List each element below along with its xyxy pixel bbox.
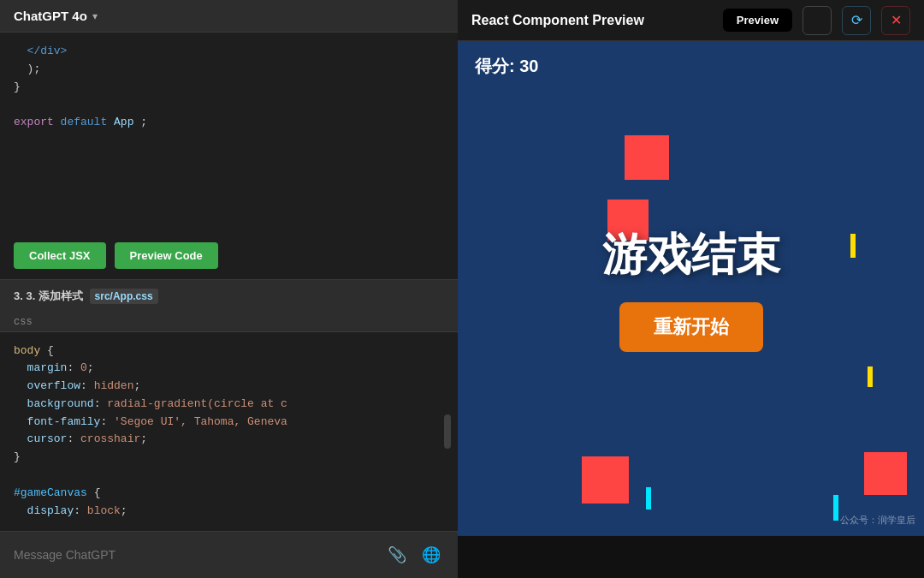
step-label: 3. 添加样式 xyxy=(26,289,82,302)
css-line: background: radial-gradient(circle at c xyxy=(14,396,444,414)
right-header: React Component Preview Preview ⟳ ✕ xyxy=(458,0,924,41)
message-bar: 📎 🌐 xyxy=(0,531,458,578)
code-line-export: export default App ; xyxy=(14,114,444,132)
game-over-overlay: 游戏结束 重新开始 xyxy=(458,41,924,535)
css-line: font-family: 'Segoe UI', Tahoma, Geneva xyxy=(14,414,444,432)
preview-code-button[interactable]: Preview Code xyxy=(115,242,218,269)
thumbnail-bar xyxy=(458,535,924,578)
game-preview: 得分: 30 游戏结束 重新开始 公众号：润学皇后 xyxy=(458,41,924,535)
message-input[interactable] xyxy=(14,548,376,562)
close-icon: ✕ xyxy=(891,12,902,28)
preview-button[interactable]: Preview xyxy=(723,9,792,32)
css-code-area: body { margin: 0; overflow: hidden; back… xyxy=(0,332,458,532)
code-line: } xyxy=(14,79,444,97)
app-title: ChatGPT 4o xyxy=(14,9,87,23)
close-button[interactable]: ✕ xyxy=(881,6,910,35)
css-line: } xyxy=(14,449,444,467)
game-over-text: 游戏结束 xyxy=(602,225,780,285)
collect-jsx-button[interactable]: Collect JSX xyxy=(14,242,106,269)
right-panel: React Component Preview Preview ⟳ ✕ 得分: … xyxy=(458,0,924,578)
action-buttons: Collect JSX Preview Code xyxy=(0,232,458,279)
language-label: css xyxy=(0,313,458,332)
section3-header: 3. 3. 添加样式 src/App.css xyxy=(0,279,458,313)
scroll-indicator xyxy=(444,414,451,449)
panel-title: React Component Preview xyxy=(471,13,713,28)
refresh-icon: ⟳ xyxy=(851,12,862,28)
css-line: margin: 0; xyxy=(14,360,444,378)
step-number: 3. xyxy=(14,289,26,302)
refresh-button[interactable]: ⟳ xyxy=(842,6,871,35)
css-line: cursor: crosshair; xyxy=(14,431,444,449)
globe-icon[interactable]: 🌐 xyxy=(418,542,444,568)
left-panel: ChatGPT 4o ▾ </div> ); } export default … xyxy=(0,0,458,578)
blank-button[interactable] xyxy=(803,6,832,35)
css-line: display: block; xyxy=(14,503,444,521)
filepath-label: src/App.css xyxy=(90,289,158,304)
css-line: overflow: hidden; xyxy=(14,378,444,396)
code-snippet-top: </div> ); } export default App ; xyxy=(0,33,458,232)
restart-button[interactable]: 重新开始 xyxy=(619,302,763,352)
attach-icon[interactable]: 📎 xyxy=(384,542,410,568)
chevron-down-icon: ▾ xyxy=(92,10,98,22)
code-line: ); xyxy=(14,61,444,79)
code-line: </div> xyxy=(14,43,444,61)
css-line: #gameCanvas { xyxy=(14,485,444,503)
top-bar: ChatGPT 4o ▾ xyxy=(0,0,458,33)
css-line: body { xyxy=(14,343,444,361)
